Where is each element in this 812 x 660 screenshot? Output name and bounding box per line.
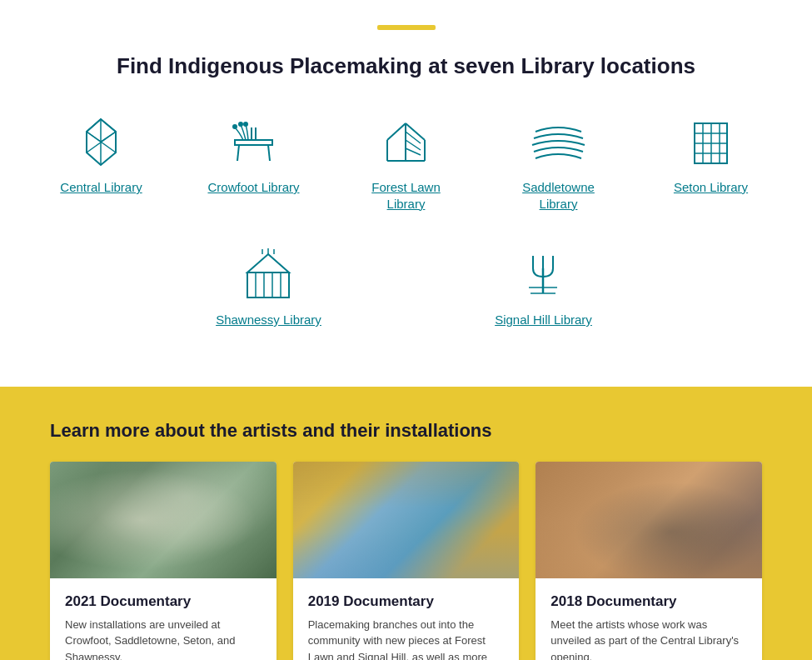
card-2019-content: 2019 Documentary Placemaking branches ou…: [293, 578, 520, 661]
card-2018[interactable]: 2018 Documentary Meet the artists whose …: [536, 462, 762, 661]
svg-point-10: [233, 125, 237, 128]
libraries-row-2: Shawnessy Library: [50, 245, 762, 328]
card-2018-image: [536, 462, 762, 578]
svg-line-20: [387, 123, 406, 140]
card-2019-year: 2019 Documentary: [308, 593, 505, 610]
signalhill-library-link[interactable]: Signal Hill Library: [495, 312, 592, 328]
libraries-grid: Central Library: [50, 112, 762, 353]
card-2018-content: 2018 Documentary Meet the artists whose …: [536, 578, 762, 661]
svg-line-6: [237, 145, 239, 161]
card-2021[interactable]: 2021 Documentary New installations are u…: [50, 462, 276, 661]
card-2019-desc: Placemaking branches out into the commun…: [308, 617, 505, 661]
saddletowne-library-icon: [526, 112, 592, 171]
bottom-section: Learn more about the artists and their i…: [0, 387, 812, 661]
forestlawn-library-link[interactable]: Forest Lawn Library: [355, 179, 457, 212]
svg-point-12: [244, 122, 247, 126]
card-2021-image: [50, 462, 276, 578]
seton-library-icon: [678, 112, 745, 171]
crowfoot-library-icon: [221, 112, 287, 171]
saddletowne-library-link[interactable]: Saddletowne Library: [507, 179, 610, 212]
crowfoot-library-link[interactable]: Crowfoot Library: [207, 179, 299, 196]
card-2021-year: 2021 Documentary: [65, 593, 262, 610]
signalhill-library-icon: [511, 245, 577, 303]
libraries-row-1: Central Library: [50, 112, 762, 212]
accent-bar: [377, 25, 436, 30]
top-section: Find Indigenous Placemaking at seven Lib…: [0, 0, 812, 387]
seton-library-link[interactable]: Seton Library: [674, 179, 748, 196]
cards-row: 2021 Documentary New installations are u…: [50, 462, 762, 661]
svg-line-7: [268, 145, 270, 161]
svg-point-11: [239, 122, 242, 126]
card-2021-content: 2021 Documentary New installations are u…: [50, 578, 276, 661]
library-item-forestlawn[interactable]: Forest Lawn Library: [355, 112, 457, 212]
svg-rect-5: [235, 140, 272, 145]
card-2019-image: [293, 462, 520, 578]
shawnessy-library-link[interactable]: Shawnessy Library: [216, 312, 321, 328]
svg-rect-30: [247, 272, 289, 298]
svg-marker-31: [247, 254, 289, 272]
library-item-shawnessy[interactable]: Shawnessy Library: [215, 245, 323, 328]
library-item-signalhill[interactable]: Signal Hill Library: [490, 245, 598, 328]
central-library-icon: [68, 112, 135, 171]
card-2018-year: 2018 Documentary: [550, 593, 747, 610]
svg-line-13: [406, 123, 425, 140]
central-library-link[interactable]: Central Library: [60, 179, 142, 196]
card-2019[interactable]: 2019 Documentary Placemaking branches ou…: [293, 462, 520, 661]
library-item-central[interactable]: Central Library: [50, 112, 152, 212]
card-2018-desc: Meet the artists whose work was unveiled…: [550, 617, 747, 661]
library-item-seton[interactable]: Seton Library: [660, 112, 762, 212]
artists-section-title: Learn more about the artists and their i…: [50, 420, 762, 442]
library-item-crowfoot[interactable]: Crowfoot Library: [202, 112, 305, 212]
forestlawn-library-icon: [373, 112, 440, 171]
shawnessy-library-icon: [236, 245, 302, 303]
card-2021-desc: New installations are unveiled at Crowfo…: [65, 617, 262, 661]
library-item-saddletowne[interactable]: Saddletowne Library: [507, 112, 610, 212]
svg-line-19: [406, 148, 421, 155]
main-title: Find Indigenous Placemaking at seven Lib…: [50, 53, 762, 79]
